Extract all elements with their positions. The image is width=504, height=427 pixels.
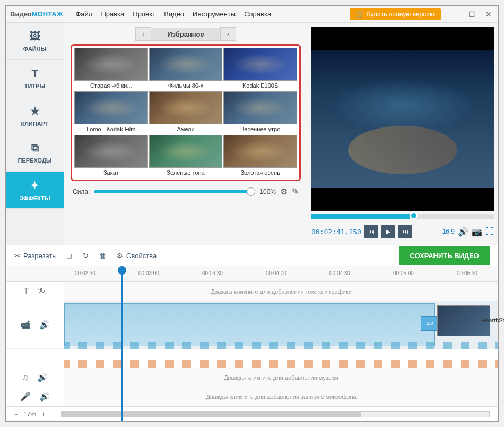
settings-icon[interactable]: ⚙	[280, 186, 288, 197]
sidebar-effects[interactable]: ✦ ЭФФЕКТЫ	[6, 172, 64, 209]
delete-button[interactable]: 🗑	[99, 252, 106, 260]
category-prev-button[interactable]: ‹	[135, 27, 151, 41]
music-track-head: ♫ 🔊	[6, 368, 64, 387]
volume-icon[interactable]: 🔊	[458, 227, 468, 237]
preview-video	[311, 27, 494, 211]
effect-item[interactable]: Весеннее утро	[223, 91, 297, 134]
text-track-head: T 👁	[6, 282, 64, 301]
video-track-head: 📹 🔊	[6, 301, 64, 348]
sidebar-files[interactable]: 🖼 ФАЙЛЫ	[6, 23, 64, 60]
music-track[interactable]: ♫ 🔊 Дважды кликните для добавления музык…	[6, 368, 498, 387]
preview-panel: 00:02:41.250 ⏮ ▶ ⏭ 16:9 🔊 📷 ⛶	[307, 23, 498, 245]
effect-item[interactable]: Золотая осень	[223, 135, 297, 177]
effect-item[interactable]: Старая ч/б ки...	[74, 48, 148, 90]
zoom-level: 17%	[23, 411, 36, 418]
effect-thumb	[223, 48, 297, 81]
rotate-button[interactable]: ↻	[83, 252, 89, 260]
preview-seekbar[interactable]	[311, 214, 494, 219]
titlebar: ВидеоМОНТАЖ Файл Правка Проект Видео Инс…	[6, 6, 498, 23]
menu-edit[interactable]: Правка	[101, 10, 124, 18]
video-clip[interactable]	[64, 303, 435, 346]
audio-waveform	[64, 342, 498, 349]
effect-item[interactable]: Зеленые тона	[149, 135, 223, 177]
category-next-button[interactable]: ›	[220, 27, 236, 41]
timeline-ruler[interactable]: 00:02:30 00:03:00 00:03:30 00:04:00 00:0…	[6, 266, 498, 282]
aspect-ratio[interactable]: 16:9	[442, 228, 455, 235]
effect-thumb	[74, 91, 148, 124]
app-logo: ВидеоМОНТАЖ	[10, 10, 63, 18]
slider-thumb[interactable]	[247, 187, 255, 196]
sidebar-transitions[interactable]: ⧉ ПЕРЕХОДЫ	[6, 134, 64, 172]
properties-button[interactable]: ⚙Свойства	[117, 252, 157, 260]
effect-item[interactable]: Lomo - Kodak Film	[74, 91, 148, 134]
sidebar-clipart[interactable]: ★ КЛИПАРТ	[6, 97, 64, 134]
text-track[interactable]: T 👁 Дважды кликните для добавления текст…	[6, 282, 498, 301]
strength-row: Сила: 100% ⚙ ✎	[71, 181, 301, 199]
clip-name: HearthStone_Hero	[481, 317, 504, 323]
effects-grid: Старая ч/б ки... Фильмы 80-х Kodak E100S…	[71, 44, 301, 181]
buy-full-button[interactable]: 🛒 Купить полную версию	[350, 8, 441, 20]
volume-icon[interactable]: 🔊	[39, 391, 50, 402]
strength-slider[interactable]	[94, 190, 255, 193]
volume-icon[interactable]: 🔊	[39, 320, 50, 330]
play-button[interactable]: ▶	[381, 225, 395, 238]
mic-icon: 🎤	[20, 391, 31, 402]
cut-button[interactable]: ✂Разрезать	[14, 252, 56, 260]
gear-icon: ⚙	[117, 252, 123, 260]
crop-button[interactable]: ◻	[66, 252, 72, 260]
seekbar-handle[interactable]	[410, 212, 418, 219]
wand-icon[interactable]: ✎	[292, 186, 299, 197]
video-icon: 📹	[20, 320, 31, 330]
effect-item[interactable]: Амели	[149, 91, 223, 134]
mic-track[interactable]: 🎤 🔊 Дважды кликните для добавления запис…	[6, 387, 498, 406]
layers-icon: ⧉	[31, 142, 39, 154]
music-icon: ♫	[22, 373, 29, 382]
fullscreen-icon[interactable]: ⛶	[485, 227, 494, 236]
preview-frame	[311, 50, 494, 188]
maximize-button[interactable]: ☐	[466, 10, 477, 19]
menu-video[interactable]: Видео	[164, 10, 184, 18]
sidebar-titles[interactable]: T ТИТРЫ	[6, 60, 64, 97]
effect-thumb	[149, 48, 223, 81]
main-menu: Файл Правка Проект Видео Инструменты Спр…	[75, 10, 271, 18]
effect-item[interactable]: Фильмы 80-х	[149, 48, 223, 90]
minimize-button[interactable]: —	[449, 10, 460, 19]
preview-time: 00:02:41.250	[311, 228, 361, 236]
strength-value: 100%	[259, 188, 276, 195]
transition-block[interactable]: 2.0	[421, 316, 439, 331]
timeline-scrollbar[interactable]	[61, 411, 490, 417]
category-title: Избранное	[151, 28, 220, 41]
category-nav: ‹ Избранное ›	[71, 27, 301, 41]
waveform-track	[6, 349, 498, 368]
video-track[interactable]: 📹 🔊 2.0 HearthStone_Hero	[6, 301, 498, 349]
preview-controls: 00:02:41.250 ⏮ ▶ ⏭ 16:9 🔊 📷 ⛶	[311, 223, 494, 241]
playhead[interactable]	[121, 266, 123, 421]
menu-tools[interactable]: Инструменты	[193, 10, 236, 18]
effect-item[interactable]: Kodak E100S	[223, 48, 297, 90]
volume-icon[interactable]: 🔊	[37, 372, 48, 382]
timeline: 00:02:30 00:03:00 00:03:30 00:04:00 00:0…	[6, 266, 498, 421]
eye-icon[interactable]: 👁	[37, 287, 46, 296]
menu-project[interactable]: Проект	[133, 10, 155, 18]
zoom-out-button[interactable]: −	[14, 411, 18, 418]
sidebar: 🖼 ФАЙЛЫ T ТИТРЫ ★ КЛИПАРТ ⧉ ПЕРЕХОДЫ ✦ Э…	[6, 23, 64, 245]
snapshot-icon[interactable]: 📷	[472, 227, 482, 237]
effect-thumb	[223, 135, 297, 168]
prev-button[interactable]: ⏮	[364, 225, 378, 238]
next-button[interactable]: ⏭	[398, 225, 412, 238]
effect-item[interactable]: Закат	[74, 135, 148, 177]
wand-icon: ✦	[30, 179, 39, 192]
window-controls: — ☐ ✕	[449, 10, 494, 19]
effect-thumb	[74, 135, 148, 168]
zoom-in-button[interactable]: +	[41, 411, 45, 418]
close-button[interactable]: ✕	[483, 10, 494, 19]
effect-thumb	[74, 48, 148, 81]
save-video-button[interactable]: СОХРАНИТЬ ВИДЕО	[399, 246, 490, 265]
menu-file[interactable]: Файл	[75, 10, 92, 18]
cart-icon: 🛒	[356, 11, 364, 18]
effects-panel: ‹ Избранное › Старая ч/б ки... Фильмы 80…	[64, 23, 307, 245]
text-icon: T	[31, 67, 38, 80]
menu-help[interactable]: Справка	[244, 10, 271, 18]
timeline-toolbar: ✂Разрезать ◻ ↻ 🗑 ⚙Свойства СОХРАНИТЬ ВИД…	[6, 245, 498, 266]
effect-thumb	[223, 91, 297, 124]
